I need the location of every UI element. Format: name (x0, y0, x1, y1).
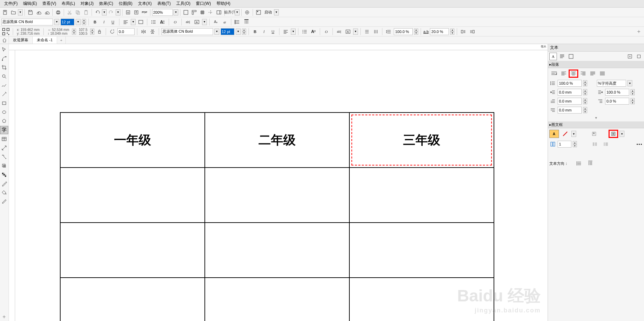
canvas[interactable]: 一年级 二年级 三年级 (15, 50, 548, 321)
open-button[interactable] (10, 9, 17, 16)
rotate-icon[interactable] (108, 28, 116, 35)
prop-edit-text-button[interactable]: ab| (335, 28, 343, 35)
mirror-v-button[interactable] (149, 28, 156, 35)
indent-last-spinner[interactable]: ▲▼ (583, 107, 587, 113)
dimension-tool[interactable] (0, 144, 8, 152)
panel-expand-icon[interactable] (626, 53, 634, 60)
indent-left-spinner[interactable]: ▲▼ (583, 89, 587, 95)
home-tab[interactable] (0, 36, 9, 44)
pick-tool[interactable] (0, 45, 8, 54)
frame-color-dropdown[interactable]: ▼ (571, 131, 576, 137)
panel-options-icon[interactable] (635, 53, 643, 60)
cut-button[interactable] (66, 9, 73, 16)
app-launcher-icon[interactable] (255, 9, 262, 16)
indent-left-input[interactable] (558, 89, 582, 96)
indent-last-input[interactable] (558, 107, 582, 114)
cloud-down-icon[interactable] (43, 9, 51, 16)
wrap-left-button[interactable] (460, 28, 467, 35)
text-horizontal-button[interactable] (234, 18, 241, 26)
polygon-tool[interactable] (0, 117, 8, 125)
prop-font-combo[interactable]: 思源黑体 CN Bold (161, 28, 213, 35)
col-equal-button[interactable] (590, 140, 600, 148)
scale-input-spinner[interactable]: ▲▼ (414, 29, 418, 35)
indent-hang-spinner[interactable]: ▲▼ (631, 98, 635, 104)
table[interactable]: 一年级 二年级 三年级 (60, 112, 494, 321)
lock-ratio-button[interactable] (96, 28, 103, 35)
col-unequal-button[interactable] (601, 140, 611, 148)
connector-tool[interactable] (0, 153, 8, 161)
tab-paragraph[interactable] (558, 53, 566, 60)
text-frame-dropdown[interactable]: ▼ (202, 19, 207, 25)
zoom-tool[interactable] (0, 72, 8, 81)
text-dir-horizontal-button[interactable] (574, 159, 584, 168)
zoom-combo[interactable]: 200% (152, 9, 173, 16)
undo-dropdown[interactable]: ▼ (102, 9, 107, 15)
indent-right-spinner[interactable]: ▲▼ (631, 89, 635, 95)
indent-hang-input[interactable] (605, 98, 629, 105)
print-button[interactable] (54, 9, 62, 16)
tab-frame[interactable] (567, 53, 575, 60)
menu-effects[interactable]: 效果(C) (96, 1, 116, 7)
text-dir-v-button[interactable] (372, 28, 380, 35)
horizontal-ruler[interactable]: 毫米 (9, 44, 548, 50)
qr-icon[interactable] (2, 28, 10, 35)
vertical-align-dropdown[interactable]: ▼ (620, 131, 624, 137)
edit-text-button[interactable]: ab| (184, 18, 192, 26)
rectangle-tool[interactable] (0, 99, 8, 107)
guides-button[interactable] (207, 9, 214, 16)
text-dir-vertical-button[interactable] (585, 159, 595, 168)
import-button[interactable] (124, 9, 132, 16)
crop-tool[interactable] (0, 63, 8, 72)
prop-char-format-button[interactable]: O (323, 28, 330, 35)
options-button[interactable] (243, 9, 251, 16)
table-cell[interactable] (60, 223, 205, 278)
table-cell[interactable] (205, 278, 349, 321)
char-format-button[interactable]: O (171, 18, 179, 26)
quick-customize-button[interactable]: + (0, 313, 8, 321)
align-justify-button[interactable] (588, 69, 598, 78)
zoom-dropdown[interactable]: ▼ (173, 9, 178, 15)
indent-first-input[interactable] (558, 98, 582, 105)
prop-dropcap-button[interactable]: A (310, 28, 317, 35)
prop-bold-button[interactable]: B (251, 28, 259, 35)
line-spacing-unit-dropdown[interactable]: ▼ (627, 80, 632, 86)
menu-file[interactable]: 文件(F) (1, 1, 20, 7)
menu-layout[interactable]: 布局(L) (59, 1, 78, 7)
prop-text-frame-dropdown[interactable]: ▼ (353, 29, 358, 35)
new-tab-button[interactable]: + (57, 36, 66, 44)
scale-spinner[interactable]: ▲▼ (90, 29, 94, 35)
more-options-button[interactable]: ••• (636, 142, 643, 146)
kern-spinner[interactable]: ▲▼ (450, 29, 454, 35)
open-dropdown[interactable]: ▼ (18, 9, 23, 15)
menu-window[interactable]: 窗口(W) (193, 1, 213, 7)
font-size-spinner[interactable]: ▲▼ (82, 19, 86, 25)
menu-table[interactable]: 表格(T) (155, 1, 173, 7)
launch-label[interactable]: 启动 (263, 10, 273, 15)
freehand-tool[interactable] (0, 81, 8, 89)
shape-tool[interactable] (0, 54, 8, 63)
mirror-h-button[interactable] (140, 28, 147, 35)
grid-button[interactable] (199, 9, 206, 16)
table-cell[interactable] (349, 223, 494, 278)
outline-tool[interactable] (0, 197, 8, 206)
frame-section-header[interactable]: ▸ 图文框 (548, 121, 644, 128)
add-button[interactable]: + (635, 28, 643, 35)
indent-first-spinner[interactable]: ▲▼ (583, 98, 587, 104)
export-button[interactable] (133, 9, 140, 16)
ellipse-tool[interactable] (0, 108, 8, 116)
vertical-ruler[interactable] (9, 50, 15, 321)
align-text-button[interactable] (122, 18, 129, 26)
tab-character[interactable]: A (549, 53, 557, 60)
menu-tools[interactable]: 工具(O) (173, 1, 193, 7)
indent-right-input[interactable] (605, 89, 629, 96)
menu-edit[interactable]: 编辑(E) (20, 1, 40, 7)
text-dir-h-button[interactable] (363, 28, 371, 35)
frame-fill-button[interactable]: A (549, 130, 559, 138)
drop-shadow-tool[interactable] (0, 162, 8, 170)
line-spacing-unit-combo[interactable]: %字符高度 (597, 80, 626, 87)
vertical-align-center-button[interactable] (609, 130, 618, 138)
scale-input[interactable] (394, 28, 413, 35)
columns-input[interactable] (558, 141, 571, 148)
dock-button[interactable] (215, 9, 223, 16)
italic-button[interactable]: I (100, 18, 108, 26)
